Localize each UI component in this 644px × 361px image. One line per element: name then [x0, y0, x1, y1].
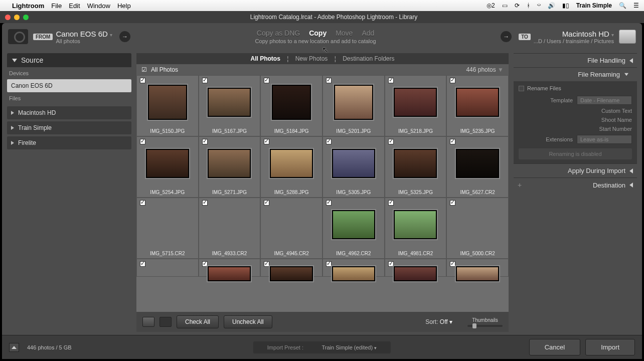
thumbnail-cell[interactable]: IMG_5288.JPG — [260, 136, 323, 198]
mode-add[interactable]: Add — [362, 29, 374, 37]
thumbnail-image[interactable] — [148, 85, 187, 120]
thumbnail-checkbox[interactable] — [326, 78, 332, 83]
thumbnail-checkbox[interactable] — [450, 78, 455, 83]
thumbnail-image[interactable] — [394, 266, 437, 281]
apply-during-import-header[interactable]: Apply During Import — [514, 163, 637, 177]
tab-all-photos[interactable]: All Photos — [250, 55, 280, 62]
minimize-window-icon[interactable] — [14, 15, 20, 20]
volume-macintosh-hd[interactable]: Macintosh HD — [7, 106, 131, 119]
thumbnail-cell[interactable] — [136, 259, 199, 277]
thumbnail-cell[interactable]: IMG_5305.JPG — [323, 136, 385, 198]
spotlight-icon[interactable]: 🔍 — [619, 2, 626, 9]
group-bar[interactable]: ☑ All Photos 446 photos ▼ — [136, 64, 509, 75]
loupe-view-icon[interactable] — [159, 317, 172, 327]
extensions-select[interactable]: Leave as-is — [577, 135, 632, 144]
close-window-icon[interactable] — [5, 15, 11, 20]
thumbnail-checkbox[interactable] — [388, 78, 394, 83]
user-menu[interactable]: Train Simple — [576, 2, 612, 9]
thumbnail-cell[interactable]: IMG_5627.CR2 — [446, 136, 509, 198]
thumbnail-checkbox[interactable] — [264, 200, 269, 206]
menu-help[interactable]: Help — [117, 2, 131, 10]
from-device-picker[interactable]: Canon EOS 6D ▾ — [56, 30, 112, 38]
thumbnail-cell[interactable] — [199, 259, 261, 277]
thumbnail-cell[interactable]: IMG_5150.JPG — [136, 75, 199, 136]
sync-icon[interactable]: ⟳ — [515, 2, 520, 9]
volume-icon[interactable]: 🔊 — [548, 2, 555, 9]
file-handling-header[interactable]: File Handling — [514, 53, 637, 67]
rename-files-checkbox[interactable] — [519, 86, 524, 91]
thumbnail-image[interactable] — [394, 88, 437, 117]
notification-icon[interactable]: ◎ 2 — [487, 2, 495, 9]
menu-file[interactable]: File — [51, 2, 62, 10]
thumbnail-image[interactable] — [270, 266, 313, 281]
menu-edit[interactable]: Edit — [69, 2, 80, 10]
thumbnail-cell[interactable]: IMG_4962.CR2 — [323, 198, 385, 259]
source-panel-header[interactable]: Source — [7, 53, 131, 67]
thumbnail-image[interactable] — [394, 210, 437, 239]
thumbnail-image[interactable] — [456, 266, 499, 281]
expand-footer-icon[interactable] — [9, 343, 19, 352]
thumbnail-checkbox[interactable] — [140, 78, 145, 83]
thumbnail-image[interactable] — [208, 149, 251, 178]
thumbnail-cell[interactable] — [260, 259, 323, 277]
menu-window[interactable]: Window — [87, 2, 110, 10]
thumbnail-cell[interactable] — [323, 259, 385, 277]
tab-destination-folders[interactable]: Destination Folders — [343, 55, 394, 62]
thumbnail-checkbox[interactable] — [202, 200, 208, 206]
airplay-icon[interactable]: ▭ — [502, 2, 508, 9]
thumbnail-image[interactable] — [334, 85, 373, 120]
group-check[interactable]: ☑ — [141, 66, 147, 73]
thumbnail-image[interactable] — [270, 149, 313, 178]
thumbnail-cell[interactable] — [446, 259, 509, 277]
import-preset-picker[interactable]: Import Preset : Train Simple (edited) ▾ — [253, 341, 391, 353]
grid-view-icon[interactable] — [142, 317, 154, 327]
sort-picker[interactable]: Off ▾ — [440, 318, 452, 325]
thumbnail-checkbox[interactable] — [140, 261, 145, 267]
thumbnail-checkbox[interactable] — [264, 78, 269, 83]
thumbnail-cell[interactable]: IMG_4945.CR2 — [260, 198, 323, 259]
mode-copy-dng[interactable]: Copy as DNG — [257, 29, 300, 37]
thumbnail-checkbox[interactable] — [264, 261, 269, 267]
check-all-button[interactable]: Check All — [177, 315, 219, 328]
thumbnail-checkbox[interactable] — [202, 78, 208, 83]
thumbnail-cell[interactable]: IMG_5715.CR2 — [136, 198, 199, 259]
battery-icon[interactable]: ▮▯ — [562, 2, 569, 9]
thumbnail-image[interactable] — [332, 149, 375, 178]
thumbnail-checkbox[interactable] — [450, 139, 455, 144]
mode-copy[interactable]: Copy — [309, 29, 327, 37]
thumbnail-cell[interactable]: IMG_5000.CR2 — [446, 198, 509, 259]
thumbnail-cell[interactable]: IMG_5254.JPG — [136, 136, 199, 198]
thumbnail-checkbox[interactable] — [326, 139, 332, 144]
app-menu[interactable]: Lightroom — [12, 2, 44, 10]
thumbnail-cell[interactable]: IMG_5235.JPG — [446, 75, 509, 136]
thumbnail-checkbox[interactable] — [388, 261, 394, 267]
thumbnail-checkbox[interactable] — [140, 139, 145, 144]
volume-train-simple[interactable]: Train Simple — [7, 121, 131, 134]
thumbnail-image[interactable] — [332, 266, 375, 281]
thumbnail-cell[interactable]: IMG_5325.JPG — [385, 136, 447, 198]
bluetooth-icon[interactable]: ᚼ — [527, 2, 530, 9]
thumbnail-cell[interactable]: IMG_5167.JPG — [199, 75, 261, 136]
thumbnail-checkbox[interactable] — [326, 261, 332, 267]
template-select[interactable]: Date - Filename — [577, 96, 632, 105]
import-button[interactable]: Import — [585, 339, 635, 355]
cancel-button[interactable]: Cancel — [529, 339, 580, 355]
thumbnail-image[interactable] — [456, 88, 499, 117]
thumbnail-size-slider[interactable] — [467, 325, 503, 327]
thumbnail-image[interactable] — [146, 149, 189, 178]
zoom-window-icon[interactable] — [23, 15, 29, 20]
thumbnail-cell[interactable]: IMG_5184.JPG — [260, 75, 323, 136]
thumbnail-cell[interactable]: IMG_5271.JPG — [199, 136, 261, 198]
file-renaming-header[interactable]: File Renaming — [514, 67, 637, 81]
thumbnail-checkbox[interactable] — [202, 261, 208, 267]
thumbnail-cell[interactable]: IMG_5218.JPG — [385, 75, 447, 136]
thumbnail-cell[interactable]: IMG_4981.CR2 — [385, 198, 447, 259]
thumbnail-image[interactable] — [208, 88, 251, 117]
thumbnail-checkbox[interactable] — [264, 139, 269, 144]
thumbnail-checkbox[interactable] — [140, 200, 145, 206]
uncheck-all-button[interactable]: Uncheck All — [224, 315, 272, 328]
thumbnail-cell[interactable] — [385, 259, 447, 277]
thumbnail-image[interactable] — [208, 266, 251, 281]
menu-icon[interactable]: ☰ — [633, 2, 639, 9]
thumbnail-checkbox[interactable] — [202, 139, 208, 144]
